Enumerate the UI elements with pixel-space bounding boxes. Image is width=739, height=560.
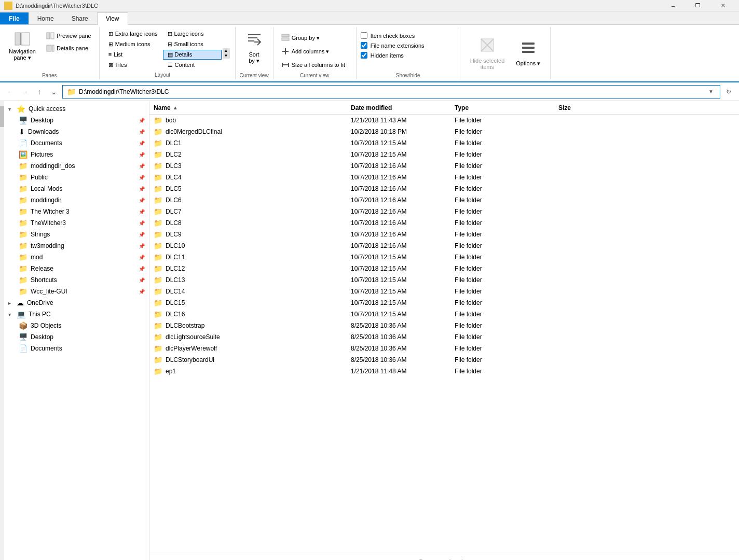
file-name: DLC2: [166, 151, 182, 158]
tab-file[interactable]: File: [0, 12, 29, 24]
forward-button[interactable]: →: [19, 86, 31, 98]
sidebar-item-release[interactable]: 📁 Release 📌: [4, 263, 149, 274]
table-row[interactable]: 📁 DLC1 10/7/2018 12:15 AM File folder: [149, 137, 739, 149]
layout-extra-large-icons[interactable]: ⊞ Extra large icons: [104, 29, 162, 39]
layout-list[interactable]: ≡ List: [104, 50, 162, 60]
table-row[interactable]: 📁 DLC2 10/7/2018 12:15 AM File folder: [149, 149, 739, 160]
table-row[interactable]: 📁 bob 1/21/2018 11:43 AM File folder: [149, 115, 739, 126]
layout-medium-icons[interactable]: ⊞ Medium icons: [104, 39, 162, 49]
folder-icon: 📁: [154, 264, 162, 273]
table-row[interactable]: 📁 DLCStoryboardUi 8/25/2018 10:36 AM Fil…: [149, 354, 739, 366]
table-row[interactable]: 📁 DLC14 10/7/2018 12:15 AM File folder: [149, 286, 739, 297]
hidden-items-checkbox[interactable]: Hidden items: [361, 52, 404, 59]
address-input[interactable]: [79, 88, 706, 95]
size-all-cols-button[interactable]: Size all columns to fit: [278, 59, 349, 71]
details-pane-button[interactable]: Details pane: [43, 43, 95, 54]
sidebar-item-thewitcher3[interactable]: 📁 TheWitcher3 📌: [4, 217, 149, 229]
table-row[interactable]: 📁 dlcLightsourceSuite 8/25/2018 10:36 AM…: [149, 331, 739, 343]
navigation-pane-button[interactable]: Navigation pane ▾: [4, 28, 40, 64]
layout-details[interactable]: ▤ Details: [163, 50, 222, 60]
sidebar-item-this-pc-desktop[interactable]: 🖥️ Desktop: [4, 331, 149, 343]
hidden-items-input[interactable]: [361, 52, 367, 59]
maximize-button[interactable]: 🗖: [686, 0, 710, 11]
sort-by-button[interactable]: Sort by ▾: [240, 28, 268, 67]
sidebar-item-wcc-lite-gui[interactable]: 📁 Wcc_lite-GUI 📌: [4, 286, 149, 297]
file-name-extensions-input[interactable]: [361, 42, 367, 49]
sidebar-item-desktop[interactable]: 🖥️ Desktop 📌: [4, 115, 149, 126]
sidebar-item-mod[interactable]: 📁 mod 📌: [4, 251, 149, 263]
sidebar-item-tw3modding[interactable]: 📁 tw3modding 📌: [4, 240, 149, 251]
table-row[interactable]: 📁 DLC5 10/7/2018 12:16 AM File folder: [149, 183, 739, 194]
table-row[interactable]: 📁 DLC11 10/7/2018 12:15 AM File folder: [149, 251, 739, 263]
table-row[interactable]: 📁 DLC9 10/7/2018 12:16 AM File folder: [149, 229, 739, 240]
table-row[interactable]: 📁 DLC12 10/7/2018 12:15 AM File folder: [149, 263, 739, 274]
moddingdir-dos-pin-icon: 📌: [139, 163, 145, 169]
options-button[interactable]: Options ▾: [510, 37, 546, 69]
minimize-button[interactable]: 🗕: [661, 0, 685, 11]
table-row[interactable]: 📁 DLC4 10/7/2018 12:16 AM File folder: [149, 172, 739, 183]
refresh-button[interactable]: ↻: [722, 86, 735, 98]
sidebar-item-public[interactable]: 📁 Public 📌: [4, 172, 149, 183]
sidebar-item-shortcuts[interactable]: 📁 Shortcuts 📌: [4, 274, 149, 286]
sidebar-item-moddingdir-dos[interactable]: 📁 moddingdir_dos 📌: [4, 160, 149, 172]
table-row[interactable]: 📁 DLC7 10/7/2018 12:16 AM File folder: [149, 206, 739, 217]
file-type-cell: File folder: [450, 184, 554, 193]
tab-home[interactable]: Home: [29, 12, 63, 24]
add-columns-button[interactable]: Add columns ▾: [278, 46, 333, 57]
sidebar-section-quick-access[interactable]: ▾ ⭐ Quick access: [4, 103, 149, 115]
sidebar-item-moddingdir[interactable]: 📁 moddingdir 📌: [4, 194, 149, 206]
layout-small-icons[interactable]: ⊟ Small icons: [163, 39, 222, 49]
item-check-boxes-checkbox[interactable]: Item check boxes: [361, 32, 415, 39]
layout-content[interactable]: ☰ Content: [163, 60, 222, 70]
table-row[interactable]: 📁 dlc0MergedDLCfinal 10/2/2018 10:18 PM …: [149, 126, 739, 137]
table-row[interactable]: 📁 ep1 1/21/2018 11:48 AM File folder: [149, 366, 739, 377]
table-row[interactable]: 📁 DLC16 10/7/2018 12:15 AM File folder: [149, 309, 739, 320]
mod-label: mod: [31, 254, 136, 261]
sidebar-item-local-mods[interactable]: 📁 Local Mods 📌: [4, 183, 149, 194]
table-row[interactable]: 📁 DLC8 10/7/2018 12:16 AM File folder: [149, 217, 739, 229]
table-row[interactable]: 📁 dlcPlayerWerewolf 8/25/2018 10:36 AM F…: [149, 343, 739, 354]
sidebar-item-documents[interactable]: 📄 Documents 📌: [4, 137, 149, 149]
sidebar-item-strings[interactable]: 📁 Strings 📌: [4, 229, 149, 240]
sidebar-item-this-pc-documents[interactable]: 📄 Documents: [4, 343, 149, 354]
close-button[interactable]: ✕: [711, 0, 735, 11]
col-date-header[interactable]: Date modified: [347, 102, 450, 114]
sidebar-section-this-pc[interactable]: ▾ 💻 This PC: [4, 309, 149, 320]
col-type-header[interactable]: Type: [450, 102, 554, 114]
sidebar-item-3d-objects[interactable]: 📦 3D Objects: [4, 320, 149, 331]
table-row[interactable]: 📁 DLC6 10/7/2018 12:16 AM File folder: [149, 194, 739, 206]
recent-locations-button[interactable]: ⌄: [48, 86, 60, 98]
layout-large-icons[interactable]: ⊞ Large icons: [163, 29, 222, 39]
item-check-boxes-input[interactable]: [361, 32, 367, 39]
sidebar-section-onedrive[interactable]: ▸ ☁ OneDrive: [4, 297, 149, 309]
preview-pane-button[interactable]: Preview pane: [43, 30, 95, 41]
address-dropdown-arrow[interactable]: ▼: [706, 89, 716, 94]
onedrive-expand-icon: ▸: [8, 300, 15, 306]
table-row[interactable]: 📁 DLC10 10/7/2018 12:16 AM File folder: [149, 240, 739, 251]
svg-rect-0: [15, 33, 20, 45]
back-button[interactable]: ←: [4, 86, 17, 98]
sidebar-scroll-thumb[interactable]: [0, 106, 4, 127]
table-row[interactable]: 📁 DLC3 10/7/2018 12:16 AM File folder: [149, 160, 739, 172]
tab-view[interactable]: View: [97, 12, 128, 25]
file-name-cell: 📁 DLC16: [149, 309, 347, 319]
layout-scroll-up[interactable]: ▲: [223, 48, 230, 53]
hide-selected-button[interactable]: Hide selected items: [464, 34, 511, 73]
file-size-cell: [554, 211, 739, 213]
sidebar-item-the-witcher-3[interactable]: 📁 The Witcher 3 📌: [4, 206, 149, 217]
group-by-button[interactable]: Group by ▾: [278, 32, 323, 44]
layout-tiles[interactable]: ⊠ Tiles: [104, 60, 162, 70]
navigation-pane-label: Navigation pane ▾: [9, 48, 36, 61]
table-row[interactable]: 📁 DLCBootstrap 8/25/2018 10:36 AM File f…: [149, 320, 739, 331]
up-button[interactable]: ↑: [33, 86, 46, 98]
sidebar-item-pictures[interactable]: 🖼️ Pictures 📌: [4, 149, 149, 160]
layout-scroll-down[interactable]: ▼: [223, 53, 230, 59]
table-row[interactable]: 📁 DLC15 10/7/2018 12:15 AM File folder: [149, 297, 739, 309]
col-name-header[interactable]: Name ▲: [149, 102, 347, 114]
col-size-header[interactable]: Size: [554, 102, 739, 114]
file-size-cell: [554, 359, 739, 361]
file-name-extensions-checkbox[interactable]: File name extensions: [361, 42, 425, 49]
tab-share[interactable]: Share: [63, 12, 97, 24]
sidebar-item-downloads[interactable]: ⬇ Downloads 📌: [4, 126, 149, 137]
table-row[interactable]: 📁 DLC13 10/7/2018 12:15 AM File folder: [149, 274, 739, 286]
